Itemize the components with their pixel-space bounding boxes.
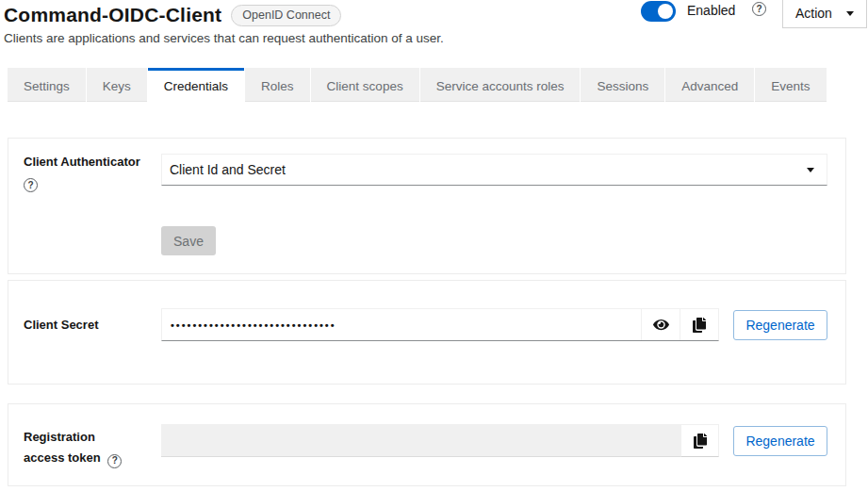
tab-advanced[interactable]: Advanced [665, 68, 754, 102]
page-title: Command-OIDC-Client [4, 4, 221, 26]
copy-icon [693, 318, 706, 333]
client-authenticator-card: Client Authenticator ? Client Id and Sec… [8, 138, 846, 274]
toggle-knob [658, 4, 673, 19]
action-label: Action [795, 6, 832, 21]
question-glyph: ? [756, 4, 762, 14]
show-secret-button[interactable] [641, 309, 680, 340]
registration-token-card: Registration access token ? Regenerate [8, 403, 846, 486]
client-authenticator-label: Client Authenticator [24, 155, 140, 169]
registration-token-label: Registration access token ? [24, 427, 139, 468]
save-button[interactable]: Save [161, 226, 216, 255]
action-dropdown[interactable]: Action [782, 0, 867, 28]
copy-icon [694, 434, 707, 449]
caret-down-icon [846, 11, 854, 16]
client-secret-card: Client Secret ••••••••••••••••••••••••••… [8, 280, 846, 385]
tab-client-scopes[interactable]: Client scopes [311, 68, 419, 102]
client-secret-field[interactable]: •••••••••••••••••••••••••••••• [162, 309, 641, 340]
header: Command-OIDC-Client OpenID Connect [4, 0, 341, 30]
enabled-label: Enabled [687, 3, 735, 18]
tab-bar: Settings Keys Credentials Roles Client s… [8, 68, 827, 102]
help-icon[interactable]: ? [752, 2, 766, 16]
caret-down-icon [807, 168, 814, 172]
question-glyph: ? [27, 180, 33, 190]
regenerate-secret-button[interactable]: Regenerate [733, 310, 827, 340]
enabled-toggle[interactable] [641, 1, 676, 22]
page-subtitle: Clients are applications and services th… [4, 31, 444, 45]
tab-service-accounts-roles[interactable]: Service accounts roles [420, 68, 581, 102]
copy-token-button[interactable] [680, 424, 719, 457]
client-secret-input-group: •••••••••••••••••••••••••••••• [161, 308, 719, 341]
client-secret-label: Client Secret [24, 318, 98, 332]
tab-keys[interactable]: Keys [87, 68, 147, 102]
tab-credentials[interactable]: Credentials [148, 68, 244, 102]
client-details-page: Command-OIDC-Client OpenID Connect Clien… [0, 0, 868, 491]
tab-settings[interactable]: Settings [8, 68, 86, 102]
selected-option: Client Id and Secret [170, 162, 286, 177]
copy-secret-button[interactable] [680, 309, 718, 340]
question-glyph: ? [112, 450, 118, 471]
tab-sessions[interactable]: Sessions [581, 68, 664, 102]
tab-roles[interactable]: Roles [245, 68, 310, 102]
registration-token-field [161, 424, 680, 457]
protocol-badge: OpenID Connect [231, 5, 341, 26]
eye-icon [653, 318, 669, 332]
help-icon[interactable]: ? [107, 454, 122, 468]
client-authenticator-select[interactable]: Client Id and Secret [161, 154, 827, 186]
regenerate-token-button[interactable]: Regenerate [733, 426, 827, 456]
tab-events[interactable]: Events [755, 68, 826, 102]
help-icon[interactable]: ? [24, 178, 38, 192]
